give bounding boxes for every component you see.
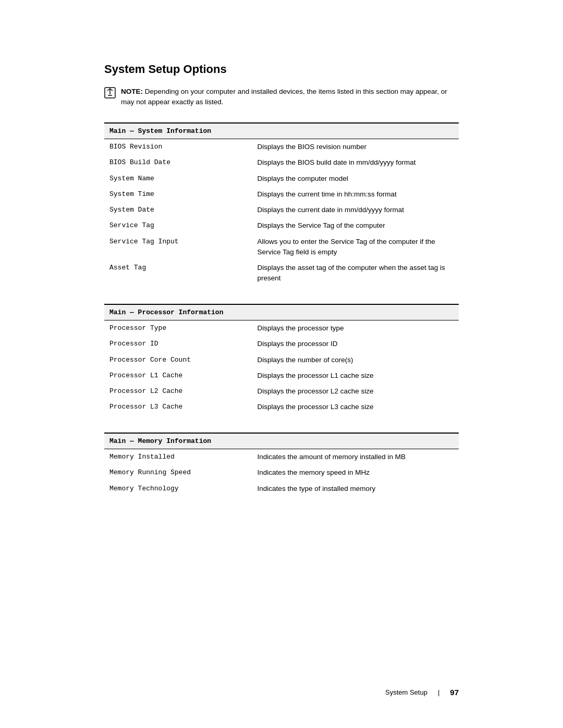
table-row: Service TagDisplays the Service Tag of t… (104, 218, 459, 233)
field-description: Displays the Service Tag of the computer (253, 218, 459, 233)
field-name: Processor ID (104, 336, 253, 352)
table-row: Processor L3 CacheDisplays the processor… (104, 399, 459, 416)
section-table-1: Main — Processor InformationProcessor Ty… (104, 304, 459, 417)
field-name: Asset Tag (104, 260, 253, 288)
footer: System Setup | 97 (385, 688, 459, 697)
field-name: Memory Installed (104, 449, 253, 465)
field-description: Displays the current date in mm/dd/yyyy … (253, 202, 459, 218)
field-description: Displays the processor type (253, 320, 459, 337)
table-row: Processor IDDisplays the processor ID (104, 336, 459, 352)
table-row: Asset TagDisplays the asset tag of the c… (104, 260, 459, 288)
footer-text: System Setup (385, 688, 427, 696)
table-row: Memory InstalledIndicates the amount of … (104, 449, 459, 465)
field-description: Displays the number of core(s) (253, 352, 459, 368)
field-name: Service Tag (104, 218, 253, 233)
page-container: System Setup Options NOTE: Depending on … (0, 0, 563, 556)
table-row: Memory TechnologyIndicates the type of i… (104, 481, 459, 498)
field-name: Processor Core Count (104, 352, 253, 368)
field-description: Allows you to enter the Service Tag of t… (253, 234, 459, 261)
footer-separator: | (438, 688, 439, 696)
table-row: BIOS Build DateDisplays the BIOS build d… (104, 155, 459, 170)
table-row: Service Tag InputAllows you to enter the… (104, 234, 459, 261)
section-table-0: Main — System InformationBIOS RevisionDi… (104, 122, 459, 288)
field-name: Memory Running Speed (104, 465, 253, 480)
field-description: Displays the computer model (253, 171, 459, 187)
note-body: Depending on your computer and installed… (121, 88, 447, 106)
field-description: Displays the BIOS revision number (253, 139, 459, 155)
field-name: BIOS Build Date (104, 155, 253, 170)
page-title: System Setup Options (104, 63, 459, 76)
section-header-0: Main — System Information (104, 123, 459, 139)
field-name: Service Tag Input (104, 234, 253, 261)
section-table-2: Main — Memory InformationMemory Installe… (104, 433, 459, 498)
section-header-1: Main — Processor Information (104, 304, 459, 320)
field-description: Displays the processor ID (253, 336, 459, 352)
note-text: NOTE: Depending on your computer and ins… (121, 87, 459, 108)
field-name: BIOS Revision (104, 139, 253, 155)
field-name: System Time (104, 187, 253, 202)
field-name: Processor L2 Cache (104, 384, 253, 399)
field-description: Indicates the amount of memory installed… (253, 449, 459, 465)
footer-page: 97 (450, 688, 459, 697)
field-name: Processor L3 Cache (104, 399, 253, 416)
note-label: NOTE: (121, 88, 143, 95)
field-description: Displays the processor L2 cache size (253, 384, 459, 399)
section-header-2: Main — Memory Information (104, 433, 459, 449)
table-row: Memory Running SpeedIndicates the memory… (104, 465, 459, 480)
field-name: Processor Type (104, 320, 253, 337)
table-row: Processor L1 CacheDisplays the processor… (104, 368, 459, 384)
table-row: Processor TypeDisplays the processor typ… (104, 320, 459, 337)
table-row: System TimeDisplays the current time in … (104, 187, 459, 202)
field-description: Displays the asset tag of the computer w… (253, 260, 459, 288)
field-description: Displays the BIOS build date in mm/dd/yy… (253, 155, 459, 170)
sections-container: Main — System InformationBIOS RevisionDi… (104, 122, 459, 498)
field-description: Displays the processor L3 cache size (253, 399, 459, 416)
field-name: System Name (104, 171, 253, 187)
table-row: BIOS RevisionDisplays the BIOS revision … (104, 139, 459, 155)
field-name: Memory Technology (104, 481, 253, 498)
table-row: Processor L2 CacheDisplays the processor… (104, 384, 459, 399)
field-description: Displays the processor L1 cache size (253, 368, 459, 384)
table-row: System DateDisplays the current date in … (104, 202, 459, 218)
field-name: System Date (104, 202, 253, 218)
field-description: Indicates the type of installed memory (253, 481, 459, 498)
field-description: Indicates the memory speed in MHz (253, 465, 459, 480)
note-box: NOTE: Depending on your computer and ins… (104, 87, 459, 108)
table-row: System NameDisplays the computer model (104, 171, 459, 187)
table-row: Processor Core CountDisplays the number … (104, 352, 459, 368)
note-icon (104, 87, 116, 98)
field-name: Processor L1 Cache (104, 368, 253, 384)
field-description: Displays the current time in hh:mm:ss fo… (253, 187, 459, 202)
